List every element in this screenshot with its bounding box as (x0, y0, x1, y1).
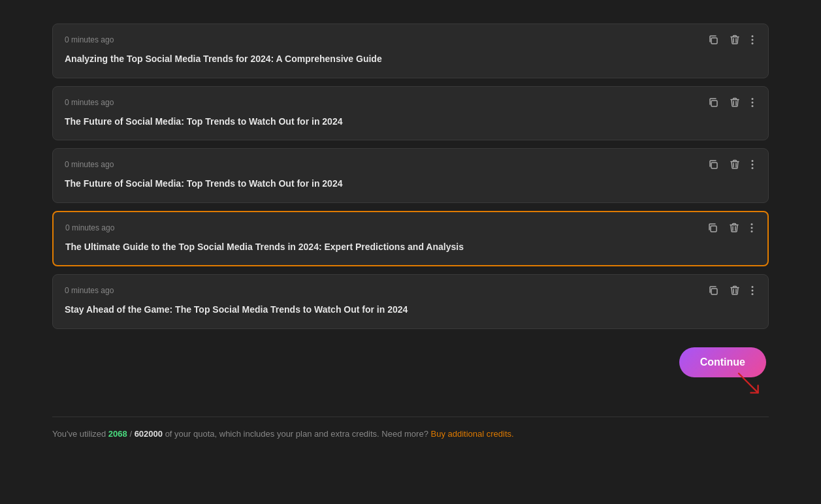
card-timestamp-1: 0 minutes ago (65, 35, 114, 44)
svg-rect-8 (711, 163, 717, 168)
card-timestamp-5: 0 minutes ago (65, 286, 114, 295)
footer-separator: / (129, 429, 134, 439)
svg-point-14 (751, 227, 753, 228)
more-icon (751, 97, 754, 108)
trash-icon (730, 159, 739, 170)
footer-suffix: of your quota, which includes your plan … (165, 429, 428, 439)
trash-icon (730, 285, 739, 296)
buy-credits-link[interactable]: Buy additional credits. (431, 429, 514, 439)
card-title-2: The Future of Social Media: Top Trends t… (65, 116, 756, 129)
copy-button-5[interactable] (705, 284, 721, 297)
more-button-1[interactable] (749, 33, 756, 46)
svg-rect-0 (711, 38, 717, 44)
card-item-1[interactable]: 0 minutes ago (52, 24, 769, 78)
more-button-5[interactable] (749, 284, 756, 297)
card-title-4: The Ultimate Guide to the Top Social Med… (65, 241, 756, 254)
delete-button-1[interactable] (728, 33, 742, 46)
quota-total: 602000 (135, 429, 163, 439)
copy-icon (707, 223, 718, 233)
card-header-3: 0 minutes ago (65, 158, 756, 171)
card-header-2: 0 minutes ago (65, 96, 756, 109)
trash-icon (730, 223, 739, 233)
card-actions-1 (705, 33, 756, 46)
card-header-4: 0 minutes ago (65, 221, 756, 234)
trash-icon (730, 35, 739, 45)
card-actions-4 (705, 221, 756, 234)
more-icon (751, 35, 754, 45)
more-button-2[interactable] (749, 96, 756, 109)
svg-point-13 (751, 223, 753, 225)
card-timestamp-2: 0 minutes ago (65, 98, 114, 107)
svg-rect-4 (711, 101, 717, 106)
delete-button-3[interactable] (728, 158, 742, 171)
svg-point-7 (752, 105, 754, 107)
more-icon (751, 159, 754, 170)
copy-button-2[interactable] (705, 96, 721, 109)
svg-point-15 (751, 230, 753, 232)
card-title-5: Stay Ahead of the Game: The Top Social M… (65, 304, 756, 317)
card-timestamp-4: 0 minutes ago (65, 223, 114, 232)
copy-button-1[interactable] (705, 33, 721, 46)
svg-point-17 (752, 286, 754, 288)
delete-button-2[interactable] (728, 96, 742, 109)
copy-button-3[interactable] (705, 158, 721, 171)
svg-point-5 (752, 98, 754, 100)
card-item-4[interactable]: 0 minutes ago (52, 211, 769, 267)
footer-prefix: You've utilized (52, 429, 108, 439)
svg-point-19 (752, 293, 754, 295)
card-item-5[interactable]: 0 minutes ago (52, 274, 769, 329)
card-item-2[interactable]: 0 minutes ago (52, 86, 769, 141)
more-icon (751, 285, 754, 296)
svg-point-1 (752, 35, 754, 37)
copy-button-4[interactable] (705, 221, 720, 234)
cards-list: 0 minutes ago (52, 24, 769, 329)
more-button-3[interactable] (749, 158, 756, 171)
copy-icon (708, 159, 718, 170)
card-timestamp-3: 0 minutes ago (65, 160, 114, 169)
copy-icon (708, 285, 718, 296)
card-actions-3 (705, 158, 756, 171)
svg-point-2 (752, 39, 754, 41)
footer-bar: You've utilized 2068 / 602000 of your qu… (52, 417, 769, 450)
svg-line-20 (739, 373, 758, 393)
delete-button-5[interactable] (728, 284, 742, 297)
svg-point-18 (752, 290, 754, 292)
card-actions-5 (705, 284, 756, 297)
more-button-4[interactable] (748, 221, 756, 234)
card-actions-2 (705, 96, 756, 109)
svg-point-11 (752, 167, 754, 169)
svg-point-10 (752, 164, 754, 166)
card-title-1: Analyzing the Top Social Media Trends fo… (65, 53, 756, 66)
card-item-3[interactable]: 0 minutes ago (52, 148, 769, 203)
copy-icon (708, 35, 718, 45)
card-header-5: 0 minutes ago (65, 284, 756, 297)
svg-point-6 (752, 101, 754, 103)
delete-button-4[interactable] (727, 221, 741, 234)
more-icon (750, 223, 753, 233)
copy-icon (708, 97, 718, 108)
svg-rect-16 (711, 289, 717, 294)
svg-rect-12 (711, 226, 716, 232)
arrow-indicator (736, 371, 762, 397)
svg-point-3 (752, 42, 754, 44)
svg-point-9 (752, 160, 754, 162)
bottom-area: Continue (52, 347, 769, 377)
quota-used: 2068 (108, 429, 127, 439)
card-header-1: 0 minutes ago (65, 33, 756, 46)
card-title-3: The Future of Social Media: Top Trends t… (65, 178, 756, 191)
trash-icon (730, 97, 739, 108)
